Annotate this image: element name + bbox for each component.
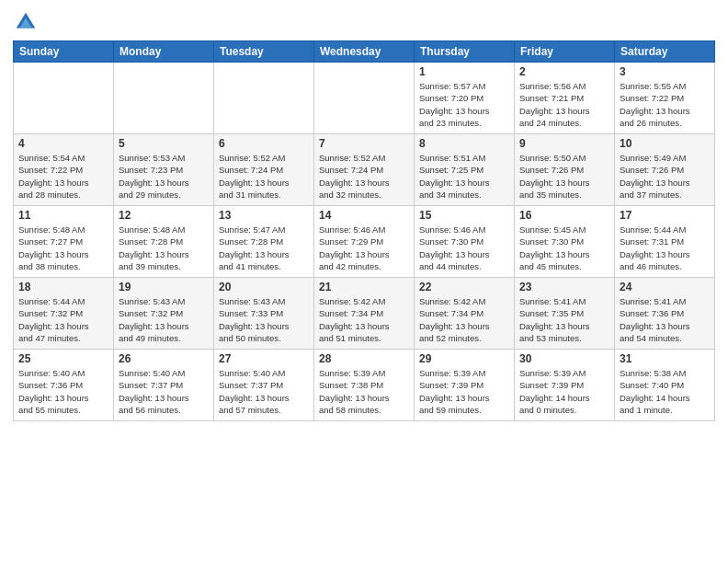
day-number: 4 [18,137,108,150]
day-number: 31 [620,352,710,365]
day-info: Sunrise: 5:40 AM Sunset: 7:36 PM Dayligh… [18,367,108,416]
day-number: 22 [419,281,509,293]
day-number: 12 [119,209,209,222]
calendar-cell-2-1: 4Sunrise: 5:54 AM Sunset: 7:22 PM Daylig… [14,134,114,206]
day-number: 15 [419,209,509,222]
day-number: 13 [219,209,309,222]
day-number: 17 [620,209,710,222]
day-number: 3 [620,65,710,78]
day-info: Sunrise: 5:52 AM Sunset: 7:24 PM Dayligh… [319,152,409,201]
day-number: 21 [319,281,409,293]
calendar-cell-4-3: 20Sunrise: 5:43 AM Sunset: 7:33 PM Dayli… [214,278,314,350]
day-info: Sunrise: 5:40 AM Sunset: 7:37 PM Dayligh… [119,367,209,416]
day-info: Sunrise: 5:39 AM Sunset: 7:38 PM Dayligh… [319,367,409,416]
day-number: 11 [18,209,108,222]
calendar-cell-3-3: 13Sunrise: 5:47 AM Sunset: 7:28 PM Dayli… [214,206,314,278]
calendar-week-1: 1Sunrise: 5:57 AM Sunset: 7:20 PM Daylig… [14,63,715,134]
calendar-cell-4-5: 22Sunrise: 5:42 AM Sunset: 7:34 PM Dayli… [415,278,515,350]
day-info: Sunrise: 5:54 AM Sunset: 7:22 PM Dayligh… [18,152,108,201]
day-number: 28 [319,352,409,365]
day-number: 10 [620,137,710,150]
logo [13,9,42,35]
day-info: Sunrise: 5:57 AM Sunset: 7:20 PM Dayligh… [419,80,509,129]
weekday-wednesday: Wednesday [314,41,415,63]
calendar-cell-4-7: 24Sunrise: 5:41 AM Sunset: 7:36 PM Dayli… [615,278,715,350]
day-number: 24 [620,281,710,293]
day-info: Sunrise: 5:40 AM Sunset: 7:37 PM Dayligh… [219,367,309,416]
calendar-cell-1-5: 1Sunrise: 5:57 AM Sunset: 7:20 PM Daylig… [415,63,515,134]
calendar-cell-1-7: 3Sunrise: 5:55 AM Sunset: 7:22 PM Daylig… [615,63,715,134]
calendar-cell-3-5: 15Sunrise: 5:46 AM Sunset: 7:30 PM Dayli… [415,206,515,278]
calendar-week-4: 18Sunrise: 5:44 AM Sunset: 7:32 PM Dayli… [14,278,715,350]
day-info: Sunrise: 5:46 AM Sunset: 7:30 PM Dayligh… [419,224,509,272]
calendar-cell-5-1: 25Sunrise: 5:40 AM Sunset: 7:36 PM Dayli… [14,350,114,421]
day-info: Sunrise: 5:51 AM Sunset: 7:25 PM Dayligh… [419,152,509,201]
day-info: Sunrise: 5:56 AM Sunset: 7:21 PM Dayligh… [519,80,609,129]
day-info: Sunrise: 5:39 AM Sunset: 7:39 PM Dayligh… [419,367,509,416]
calendar-cell-3-4: 14Sunrise: 5:46 AM Sunset: 7:29 PM Dayli… [314,206,415,278]
weekday-monday: Monday [114,41,214,63]
day-number: 8 [419,137,509,150]
calendar-cell-4-4: 21Sunrise: 5:42 AM Sunset: 7:34 PM Dayli… [314,278,415,350]
day-number: 6 [219,137,309,150]
calendar-cell-3-1: 11Sunrise: 5:48 AM Sunset: 7:27 PM Dayli… [14,206,114,278]
weekday-header-row: SundayMondayTuesdayWednesdayThursdayFrid… [14,41,715,63]
day-number: 1 [419,65,509,78]
day-info: Sunrise: 5:45 AM Sunset: 7:30 PM Dayligh… [519,224,609,272]
day-info: Sunrise: 5:53 AM Sunset: 7:23 PM Dayligh… [119,152,209,201]
day-info: Sunrise: 5:50 AM Sunset: 7:26 PM Dayligh… [519,152,609,201]
calendar-cell-2-6: 9Sunrise: 5:50 AM Sunset: 7:26 PM Daylig… [515,134,615,206]
weekday-tuesday: Tuesday [214,41,314,63]
calendar-cell-4-2: 19Sunrise: 5:43 AM Sunset: 7:32 PM Dayli… [114,278,214,350]
day-info: Sunrise: 5:55 AM Sunset: 7:22 PM Dayligh… [620,80,710,129]
calendar-cell-1-4 [314,63,415,134]
day-number: 7 [319,137,409,150]
calendar-table: SundayMondayTuesdayWednesdayThursdayFrid… [13,40,715,421]
calendar-cell-5-6: 30Sunrise: 5:39 AM Sunset: 7:39 PM Dayli… [515,350,615,421]
weekday-thursday: Thursday [415,41,515,63]
day-number: 9 [519,137,609,150]
logo-icon [13,9,39,35]
calendar-cell-1-3 [214,63,314,134]
day-info: Sunrise: 5:48 AM Sunset: 7:28 PM Dayligh… [119,224,209,272]
day-number: 25 [18,352,108,365]
calendar-cell-1-6: 2Sunrise: 5:56 AM Sunset: 7:21 PM Daylig… [515,63,615,134]
calendar-week-5: 25Sunrise: 5:40 AM Sunset: 7:36 PM Dayli… [14,350,715,421]
day-info: Sunrise: 5:39 AM Sunset: 7:39 PM Dayligh… [519,367,609,416]
day-info: Sunrise: 5:48 AM Sunset: 7:27 PM Dayligh… [18,224,108,272]
day-info: Sunrise: 5:49 AM Sunset: 7:26 PM Dayligh… [620,152,710,201]
day-info: Sunrise: 5:38 AM Sunset: 7:40 PM Dayligh… [620,367,710,416]
day-number: 23 [519,281,609,293]
day-info: Sunrise: 5:47 AM Sunset: 7:28 PM Dayligh… [219,224,309,272]
calendar-cell-1-1 [14,63,114,134]
calendar-cell-1-2 [114,63,214,134]
calendar-cell-2-4: 7Sunrise: 5:52 AM Sunset: 7:24 PM Daylig… [314,134,415,206]
day-number: 2 [519,65,609,78]
day-number: 29 [419,352,509,365]
calendar-cell-3-6: 16Sunrise: 5:45 AM Sunset: 7:30 PM Dayli… [515,206,615,278]
calendar-cell-4-1: 18Sunrise: 5:44 AM Sunset: 7:32 PM Dayli… [14,278,114,350]
day-info: Sunrise: 5:41 AM Sunset: 7:36 PM Dayligh… [620,295,710,344]
day-info: Sunrise: 5:44 AM Sunset: 7:32 PM Dayligh… [18,295,108,344]
calendar-cell-5-3: 27Sunrise: 5:40 AM Sunset: 7:37 PM Dayli… [214,350,314,421]
day-info: Sunrise: 5:46 AM Sunset: 7:29 PM Dayligh… [319,224,409,272]
day-number: 19 [119,281,209,293]
day-info: Sunrise: 5:41 AM Sunset: 7:35 PM Dayligh… [519,295,609,344]
calendar-cell-5-7: 31Sunrise: 5:38 AM Sunset: 7:40 PM Dayli… [615,350,715,421]
weekday-friday: Friday [515,41,615,63]
header [13,9,715,35]
calendar-cell-5-4: 28Sunrise: 5:39 AM Sunset: 7:38 PM Dayli… [314,350,415,421]
day-number: 16 [519,209,609,222]
day-number: 18 [18,281,108,293]
calendar-cell-2-3: 6Sunrise: 5:52 AM Sunset: 7:24 PM Daylig… [214,134,314,206]
day-info: Sunrise: 5:42 AM Sunset: 7:34 PM Dayligh… [419,295,509,344]
page: SundayMondayTuesdayWednesdayThursdayFrid… [0,0,728,563]
weekday-saturday: Saturday [615,41,715,63]
day-number: 14 [319,209,409,222]
day-number: 5 [119,137,209,150]
day-number: 27 [219,352,309,365]
calendar-cell-4-6: 23Sunrise: 5:41 AM Sunset: 7:35 PM Dayli… [515,278,615,350]
day-info: Sunrise: 5:42 AM Sunset: 7:34 PM Dayligh… [319,295,409,344]
calendar-week-2: 4Sunrise: 5:54 AM Sunset: 7:22 PM Daylig… [14,134,715,206]
calendar-week-3: 11Sunrise: 5:48 AM Sunset: 7:27 PM Dayli… [14,206,715,278]
